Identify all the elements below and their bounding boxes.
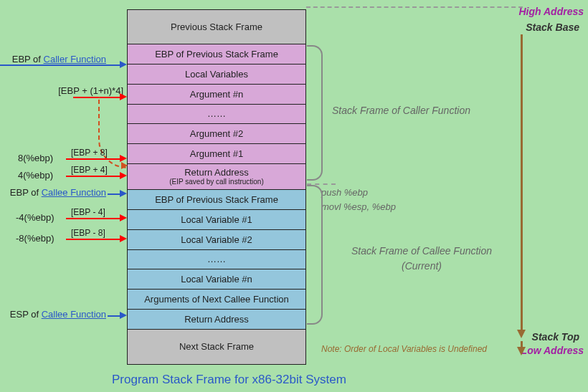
label: Local Variable #n	[181, 274, 252, 285]
label: Argument #1	[190, 148, 243, 160]
cell-lv1: Local Variable #1	[128, 210, 305, 230]
line-ebp-caller	[0, 64, 120, 66]
cell-arg-n: Argument #n	[128, 85, 305, 105]
label-off4b: [EBP + 4]	[71, 165, 108, 175]
cell-dots2: ……	[128, 250, 305, 269]
label: Arguments of Next Callee Function	[144, 294, 289, 305]
cell-arg1: Argument #1	[128, 144, 305, 164]
label: Local Variables	[185, 69, 248, 80]
label-asm: push %ebp movl %esp, %ebp	[321, 186, 396, 214]
cell-args-next: Arguments of Next Callee Function	[128, 290, 305, 310]
label-off8b: [EBP + 8]	[71, 148, 108, 158]
label: Argument #n	[190, 89, 243, 100]
diagram-title: Program Stack Frame for x86-32bit System	[112, 373, 346, 387]
line-esp-callee	[108, 315, 120, 317]
ah-esp-callee	[120, 312, 127, 319]
label: Return Address	[184, 314, 249, 325]
cell-locals-caller: Local Variables	[128, 64, 305, 85]
label-stack-base: Stack Base	[526, 20, 579, 35]
line-ebp-callee	[108, 193, 120, 195]
label-offm8b: [EBP - 8]	[71, 228, 105, 238]
label: Local Variable #2	[181, 234, 252, 246]
ah-ebp-callee	[120, 190, 127, 197]
label: EBP of Previous Stack Frame	[155, 49, 278, 60]
stack-column: Previous Stack Frame EBP of Previous Sta…	[127, 9, 306, 365]
label: ……	[207, 254, 226, 265]
label-offm4a: -4(%ebp)	[16, 212, 54, 223]
growth-arrow-head	[517, 330, 526, 338]
label: Return Address	[184, 167, 249, 178]
label-offm8a: -8(%ebp)	[16, 233, 54, 244]
label-ebp-plus-n: [EBP + (1+n)*4]	[36, 85, 123, 96]
arr-offm8	[66, 239, 120, 240]
cell-lvn: Local Variable #n	[128, 269, 305, 290]
label-callee-frame: Stack Frame of Callee Function (Current)	[332, 244, 511, 274]
label-ebp-caller: EBP of Caller Function	[0, 54, 106, 64]
cell-prev-frame: Previous Stack Frame	[128, 10, 305, 44]
label-esp-callee: ESP of Callee Function	[0, 309, 106, 320]
label-off8a: 8(%ebp)	[18, 153, 53, 163]
dashed-curve-head	[121, 162, 128, 169]
label-caller-frame: Stack Frame of Caller Function	[332, 103, 470, 118]
ah-off8	[120, 155, 127, 162]
cell-next-frame: Next Stack Frame	[128, 330, 305, 364]
label-stack-top: Stack Top	[532, 330, 579, 345]
ah-ebp-caller	[120, 61, 127, 68]
ah-off4	[120, 172, 127, 179]
cell-arg2: Argument #2	[128, 124, 305, 144]
arr-off4	[66, 176, 120, 177]
sub-label: (EIP saved by call instruction)	[169, 178, 264, 186]
label: Previous Stack Frame	[171, 21, 262, 33]
bracket-caller	[307, 45, 323, 181]
bracket-callee	[307, 185, 323, 325]
cell-ebp-prev1: EBP of Previous Stack Frame	[128, 44, 305, 64]
label: Local Variable #1	[181, 214, 252, 226]
arr-off8	[66, 158, 120, 160]
label-ebp-callee: EBP of Callee Function	[0, 187, 106, 198]
label-off4a: 4(%ebp)	[18, 170, 53, 181]
ah-offm4	[120, 214, 127, 221]
arr-offm4	[66, 218, 120, 219]
cell-lv2: Local Variable #2	[128, 230, 305, 250]
growth-arrow-line	[521, 34, 523, 330]
ah-offm8	[120, 235, 127, 242]
label-low-addr: Low Address	[521, 343, 584, 358]
cell-dots1: ……	[128, 105, 305, 124]
cell-ebp-prev2: EBP of Previous Stack Frame	[128, 190, 305, 210]
growth-arrow-line2	[521, 341, 523, 348]
dash-top	[306, 6, 523, 8]
label-offm4b: [EBP - 4]	[71, 207, 105, 217]
cell-ret-addr: Return Address (EIP saved by call instru…	[128, 164, 305, 190]
note-text: Note: Order of Local Variables is Undefi…	[321, 344, 487, 354]
label: ……	[207, 108, 226, 120]
label: Next Stack Frame	[179, 341, 254, 353]
label-high-addr: High Address	[519, 4, 584, 19]
label: Argument #2	[190, 128, 243, 140]
cell-ret-addr2: Return Address	[128, 310, 305, 330]
label: EBP of Previous Stack Frame	[155, 194, 278, 206]
